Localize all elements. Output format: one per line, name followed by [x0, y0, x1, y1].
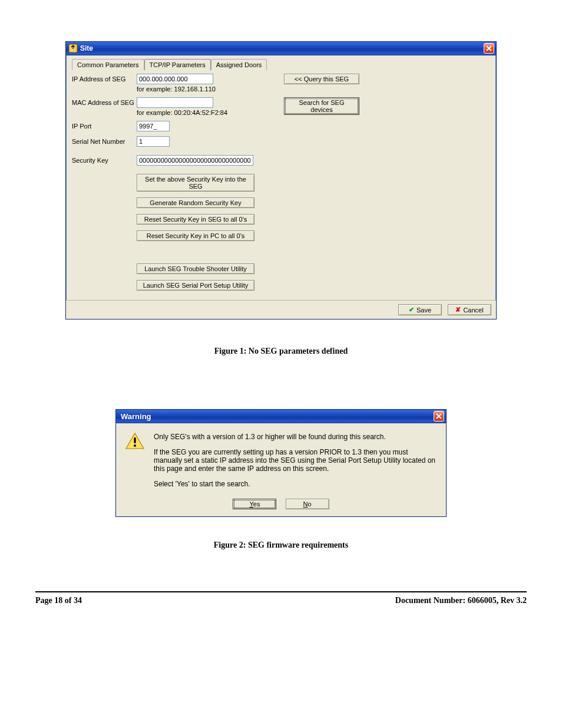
launch-serial-port-setup-button[interactable]: Launch SEG Serial Port Setup Utility [137, 280, 254, 291]
search-seg-devices-button[interactable]: Search for SEG devices [284, 97, 359, 115]
save-button-label: Save [416, 307, 431, 314]
site-dialog: Site Common Parameters TCP/IP Parameters… [65, 41, 497, 319]
footer-page: Page 18 of 34 [35, 596, 82, 605]
warning-icon [125, 433, 144, 495]
ip-port-field[interactable] [137, 121, 170, 131]
label-ip-address: IP Address of SEG [72, 74, 137, 83]
close-icon[interactable] [484, 43, 494, 54]
mac-address-field[interactable] [137, 97, 213, 108]
svg-rect-1 [134, 437, 135, 443]
mac-address-example: for example: 00:20:4A:52:F2:84 [137, 109, 266, 116]
tab-common-parameters[interactable]: Common Parameters [72, 59, 144, 70]
warning-dialog-title: Warning [118, 412, 431, 421]
save-button[interactable]: ✔ Save [398, 304, 442, 315]
warning-line-2: If the SEG you are currently setting up … [154, 448, 437, 473]
query-seg-button[interactable]: << Query this SEG [284, 74, 359, 84]
label-serial-net-number: Serial Net Number [72, 136, 137, 145]
launch-troubleshooter-button[interactable]: Launch SEG Trouble Shooter Utility [137, 263, 254, 274]
reset-key-seg-button[interactable]: Reset Security Key in SEG to all 0's [137, 214, 254, 225]
label-mac-address: MAC Address of SEG [72, 97, 137, 106]
ip-address-example: for example: 192.168.1.110 [137, 85, 266, 93]
no-button[interactable]: No [286, 499, 329, 509]
serial-net-field[interactable] [137, 136, 170, 147]
ip-address-field[interactable] [137, 74, 213, 84]
dialog-button-bar: ✔ Save ✘ Cancel [66, 300, 496, 319]
x-icon: ✘ [455, 306, 461, 314]
warning-dialog-titlebar[interactable]: Warning [116, 410, 446, 423]
generate-random-key-button[interactable]: Generate Random Security Key [137, 197, 254, 208]
label-security-key: Security Key [72, 155, 137, 164]
security-key-field[interactable] [137, 155, 253, 166]
site-dialog-titlebar[interactable]: Site [66, 42, 496, 55]
tab-bar: Common Parameters TCP/IP Parameters Assi… [72, 58, 490, 70]
label-ip-port: IP Port [72, 121, 137, 130]
check-icon: ✔ [409, 306, 414, 314]
figure-1-caption: Figure 1: No SEG parameters defined [35, 347, 527, 356]
reset-key-pc-button[interactable]: Reset Security Key in PC to all 0's [137, 230, 254, 241]
warning-dialog: Warning Only SEG's with a version of 1.3… [115, 409, 447, 517]
set-security-key-button[interactable]: Set the above Security Key into the SEG [137, 174, 254, 192]
tab-assigned-doors[interactable]: Assigned Doors [211, 59, 267, 70]
figure-2-caption: Figure 2: SEG firmware requirements [35, 541, 527, 550]
footer-doc-number: Document Number: 6066005, Rev 3.2 [395, 596, 527, 605]
yes-button[interactable]: Yes [233, 499, 276, 509]
warning-line-3: Select 'Yes' to start the search. [154, 480, 437, 488]
close-icon[interactable] [434, 411, 444, 421]
page-footer: Page 18 of 34 Document Number: 6066005, … [35, 591, 527, 605]
cancel-button-label: Cancel [463, 307, 483, 314]
cancel-button[interactable]: ✘ Cancel [448, 304, 491, 315]
warning-line-1: Only SEG's with a version of 1.3 or high… [154, 433, 437, 441]
svg-point-2 [134, 444, 136, 447]
site-dialog-title: Site [80, 44, 481, 52]
app-icon [68, 44, 78, 53]
tab-tcpip-parameters[interactable]: TCP/IP Parameters [144, 59, 211, 70]
